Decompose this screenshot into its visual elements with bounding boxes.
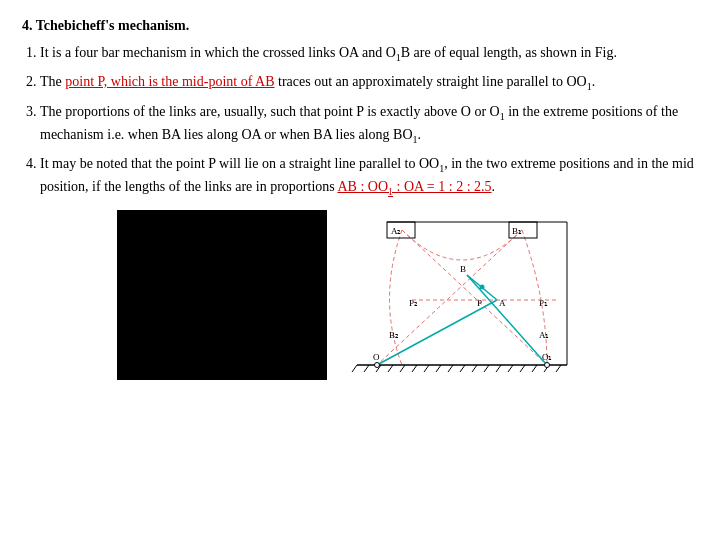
svg-text:A₁: A₁ <box>539 330 550 340</box>
svg-text:B: B <box>460 264 466 274</box>
svg-line-22 <box>467 275 547 365</box>
svg-line-5 <box>400 365 405 372</box>
svg-line-15 <box>520 365 525 372</box>
content-list: It is a four bar mechanism in which the … <box>22 42 698 200</box>
heading: 4. Tchebicheff's mechanism. <box>22 18 698 34</box>
item4-text: It may be noted that the point P will li… <box>40 156 694 194</box>
svg-line-16 <box>532 365 537 372</box>
proportion-text: AB : OO1 : OA = 1 : 2 : 2.5 <box>337 179 491 194</box>
svg-line-7 <box>424 365 429 372</box>
svg-line-6 <box>412 365 417 372</box>
figures-row: A₂ B B₁ P₂ P A P₁ B₂ A₁ O O₁ <box>22 210 698 380</box>
list-item: It may be noted that the point P will li… <box>40 153 698 200</box>
svg-text:O₁: O₁ <box>542 352 553 362</box>
highlight-text: point P, which is the mid-point of AB <box>65 74 274 89</box>
svg-line-18 <box>556 365 561 372</box>
item3-text: The proportions of the links are, usuall… <box>40 104 678 142</box>
svg-line-4 <box>388 365 393 372</box>
svg-line-19 <box>402 230 547 365</box>
svg-point-38 <box>375 362 380 367</box>
item2-text: The point P, which is the mid-point of A… <box>40 74 595 89</box>
svg-line-10 <box>460 365 465 372</box>
list-item: The proportions of the links are, usuall… <box>40 101 698 148</box>
svg-text:B₂: B₂ <box>389 330 399 340</box>
list-item: It is a four bar mechanism in which the … <box>40 42 698 65</box>
svg-line-13 <box>496 365 501 372</box>
svg-line-2 <box>364 365 369 372</box>
svg-line-12 <box>484 365 489 372</box>
svg-point-24 <box>480 284 485 289</box>
svg-line-14 <box>508 365 513 372</box>
svg-line-1 <box>352 365 357 372</box>
svg-text:O: O <box>373 352 380 362</box>
svg-text:A₂: A₂ <box>391 226 402 236</box>
figure-black-box <box>117 210 327 380</box>
svg-line-8 <box>436 365 441 372</box>
svg-line-11 <box>472 365 477 372</box>
svg-text:B₁: B₁ <box>512 226 522 236</box>
item1-text: It is a four bar mechanism in which the … <box>40 45 617 60</box>
figure-diagram: A₂ B B₁ P₂ P A P₁ B₂ A₁ O O₁ <box>347 210 577 380</box>
svg-point-39 <box>545 362 550 367</box>
list-item: The point P, which is the mid-point of A… <box>40 71 698 94</box>
svg-line-9 <box>448 365 453 372</box>
